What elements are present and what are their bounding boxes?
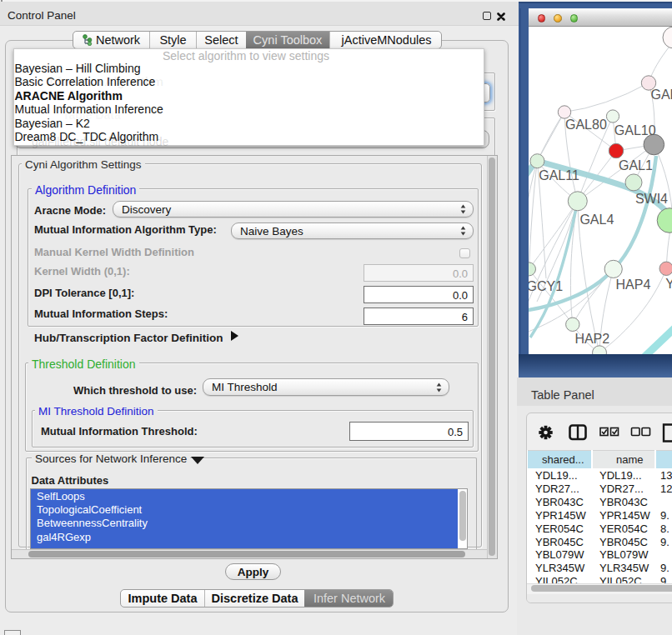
svg-text:HAP2: HAP2 [574,332,609,346]
svg-text:YML: YML [665,277,672,291]
svg-text:HAP4: HAP4 [616,278,651,292]
svg-text:GCY1: GCY1 [529,279,563,293]
svg-text:GAL80: GAL80 [565,118,607,132]
svg-text:GAL2: GAL2 [651,88,672,102]
svg-text:GAL1: GAL1 [619,158,653,172]
svg-text:GAL10: GAL10 [614,123,656,138]
svg-text:GAL4: GAL4 [579,212,614,227]
svg-text:SWI4: SWI4 [635,192,668,206]
svg-text:GAL11: GAL11 [539,168,579,182]
